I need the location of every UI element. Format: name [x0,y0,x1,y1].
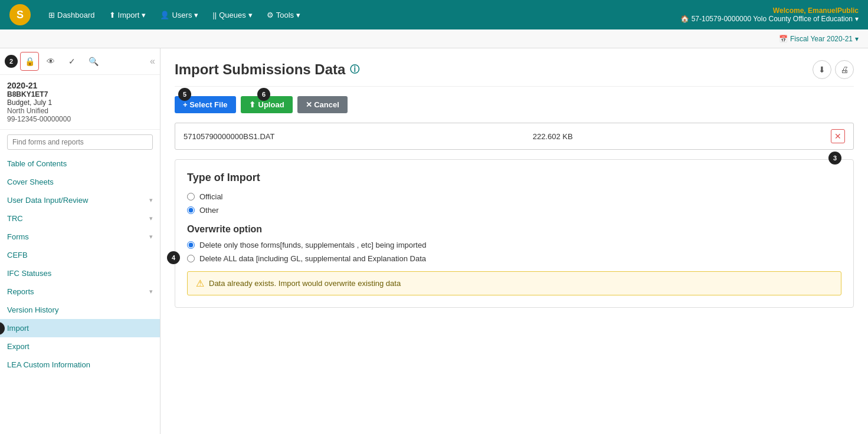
sidebar-item-cefb[interactable]: CEFB [0,246,160,264]
print-icon-btn[interactable]: 🖨 [835,60,854,79]
warning-box: ⚠ Data already exists. Import would over… [187,271,841,295]
trc-chevron-icon: ▾ [149,215,153,222]
sidebar-item-export[interactable]: Export [0,337,160,356]
nav-left: S ⊞ Dashboard ⬆ Import ▾ 👤 Users ▾ || Qu… [9,4,306,25]
main-content: Import Submissions Data ⓘ ⬇ 🖨 5 + Select… [161,48,868,434]
sidebar-search-container [0,130,160,154]
sidebar-item-trc[interactable]: TRC ▾ [0,209,160,228]
nav-users[interactable]: 👤 Users ▾ [154,7,204,23]
tools-icon: ⚙ [267,11,274,19]
btn-toolbar: 5 + Select File 6 ⬆ Upload ✕ Cancel [175,96,854,113]
eye-icon-btn[interactable]: 👁 [41,52,60,71]
queues-chevron-icon: ▾ [248,11,253,19]
radio-overwrite-all[interactable]: Delete ALL data [including GL, supplemen… [187,254,841,263]
top-nav: S ⊞ Dashboard ⬆ Import ▾ 👤 Users ▾ || Qu… [0,0,868,29]
sidebar-item-reports[interactable]: Reports ▾ [0,282,160,301]
import-type-title: Type of Import [187,172,841,184]
warning-icon: ⚠ [196,278,204,289]
sidebar-item-user-data[interactable]: User Data Input/Review ▾ [0,191,160,209]
sidebar-icons: 2 🔒 👁 ✓ 🔍 « [0,48,160,75]
radio-overwrite-partial-input[interactable] [187,241,195,249]
search-icon-btn[interactable]: 🔍 [84,52,103,71]
nav-import[interactable]: ⬆ Import ▾ [103,7,152,23]
overwrite-options: Delete only those forms[funds, supplemen… [187,241,841,263]
nav-queues[interactable]: || Queues ▾ [207,7,258,23]
remove-file-button[interactable]: ✕ [831,129,845,143]
nav-right: Welcome, EmanuelPublic 🏠 57-10579-000000… [680,6,859,23]
overwrite-title: Overwrite option [187,224,841,235]
radio-overwrite-partial[interactable]: Delete only those forms[funds, supplemen… [187,241,841,249]
upload-icon: ⬆ [249,100,256,109]
sidebar-item-cover-sheets[interactable]: Cover Sheets [0,173,160,191]
sidebar-year: 2020-21 [7,81,153,90]
org-chevron-icon: ▾ [855,15,859,23]
queues-icon: || [212,11,217,19]
reports-chevron-icon: ▾ [149,288,153,295]
page-header: Import Submissions Data ⓘ ⬇ 🖨 [175,60,854,87]
sidebar-item-ifc-statuses[interactable]: IFC Statuses [0,264,160,282]
collapse-sidebar-btn[interactable]: « [150,56,155,67]
import-icon: ⬆ [109,11,116,19]
sidebar-item-forms[interactable]: Forms ▾ [0,228,160,246]
forms-chevron-icon: ▾ [149,233,153,241]
nav-tools[interactable]: ⚙ Tools ▾ [261,7,306,23]
app-logo[interactable]: S [9,4,31,25]
cancel-button[interactable]: ✕ Cancel [297,96,348,113]
fiscal-year-text[interactable]: 📅 Fiscal Year 2020-21 ▾ [779,35,859,43]
file-size: 222.602 KB [533,132,573,141]
sidebar-user-info: 2020-21 B8BKY1ET7 Budget, July 1 North U… [0,75,160,130]
import-type-options: Official Other [187,192,841,215]
fiscal-chevron-icon: ▾ [855,35,859,43]
sidebar-nav: Table of Contents Cover Sheets User Data… [0,154,160,434]
sidebar-item-table-of-contents[interactable]: Table of Contents [0,154,160,173]
download-icon-btn[interactable]: ⬇ [813,60,831,79]
page-title: Import Submissions Data ⓘ [175,61,359,78]
calendar-icon: 📅 [779,35,788,43]
users-icon: 👤 [160,11,169,19]
page-header-actions: ⬇ 🖨 [813,60,854,79]
radio-overwrite-all-input[interactable] [187,255,195,262]
file-name: 57105790000000BS1.DAT [184,132,274,141]
sidebar-code: B8BKY1ET7 [7,90,153,98]
main-layout: 2 🔒 👁 ✓ 🔍 « 2020-21 B8BKY1ET7 Budget, Ju… [0,48,868,434]
check-icon-btn[interactable]: ✓ [63,52,81,71]
sidebar-item-import[interactable]: Import 1 [0,319,160,337]
tools-chevron-icon: ▾ [296,11,300,19]
sidebar-item-lea-custom[interactable]: LEA Custom Information [0,356,160,374]
import-chevron-icon: ▾ [142,11,146,19]
search-input[interactable] [7,134,153,150]
file-row: 57105790000000BS1.DAT 222.602 KB ✕ [175,123,854,150]
sidebar-org: North Unified [7,107,153,115]
dashboard-icon: ⊞ [48,11,55,19]
users-chevron-icon: ▾ [194,11,198,19]
radio-official-input[interactable] [187,193,195,200]
sidebar-item-version-history[interactable]: Version History [0,301,160,319]
user-data-chevron-icon: ▾ [149,196,153,204]
nav-links: ⊞ Dashboard ⬆ Import ▾ 👤 Users ▾ || Queu… [42,7,306,23]
radio-other-input[interactable] [187,206,195,214]
radio-official[interactable]: Official [187,192,841,201]
sidebar: 2 🔒 👁 ✓ 🔍 « 2020-21 B8BKY1ET7 Budget, Ju… [0,48,161,434]
sidebar-org-code: 99-12345-00000000 [7,115,153,123]
sub-header: 📅 Fiscal Year 2020-21 ▾ [0,29,868,48]
help-icon[interactable]: ⓘ [350,64,359,76]
warning-text: Data already exists. Import would overwr… [209,279,401,288]
org-text: 🏠 57-10579-0000000 Yolo County Office of… [680,15,859,23]
radio-other[interactable]: Other [187,206,841,215]
welcome-text: Welcome, EmanuelPublic [773,6,859,15]
home-icon: 🏠 [680,15,689,23]
nav-dashboard[interactable]: ⊞ Dashboard [42,7,101,23]
import-section: 3 Type of Import Official Other 4 Overwr… [175,159,854,308]
lock-icon-btn[interactable]: 🔒 [20,52,39,71]
sidebar-budget-type: Budget, July 1 [7,98,153,107]
